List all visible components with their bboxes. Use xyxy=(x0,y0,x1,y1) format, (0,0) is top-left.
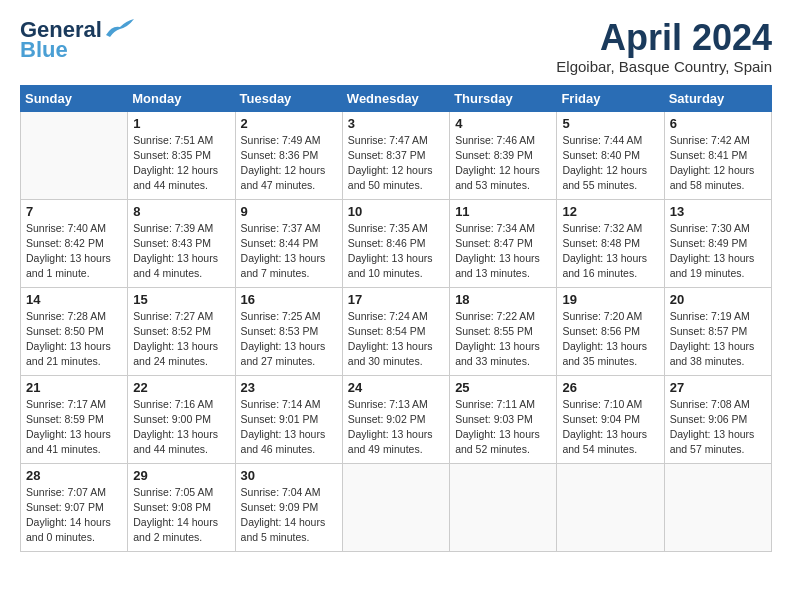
day-number: 6 xyxy=(670,116,766,131)
day-header-friday: Friday xyxy=(557,85,664,111)
week-row-1: 1Sunrise: 7:51 AMSunset: 8:35 PMDaylight… xyxy=(21,111,772,199)
day-number: 21 xyxy=(26,380,122,395)
calendar-cell: 9Sunrise: 7:37 AMSunset: 8:44 PMDaylight… xyxy=(235,199,342,287)
day-info: Sunrise: 7:14 AMSunset: 9:01 PMDaylight:… xyxy=(241,397,337,458)
calendar-cell: 23Sunrise: 7:14 AMSunset: 9:01 PMDayligh… xyxy=(235,375,342,463)
day-info: Sunrise: 7:37 AMSunset: 8:44 PMDaylight:… xyxy=(241,221,337,282)
day-number: 9 xyxy=(241,204,337,219)
logo: General Blue xyxy=(20,18,136,62)
week-row-2: 7Sunrise: 7:40 AMSunset: 8:42 PMDaylight… xyxy=(21,199,772,287)
calendar-cell: 7Sunrise: 7:40 AMSunset: 8:42 PMDaylight… xyxy=(21,199,128,287)
calendar-subtitle: Elgoibar, Basque Country, Spain xyxy=(556,58,772,75)
day-number: 26 xyxy=(562,380,658,395)
day-info: Sunrise: 7:04 AMSunset: 9:09 PMDaylight:… xyxy=(241,485,337,546)
calendar-cell: 11Sunrise: 7:34 AMSunset: 8:47 PMDayligh… xyxy=(450,199,557,287)
day-info: Sunrise: 7:05 AMSunset: 9:08 PMDaylight:… xyxy=(133,485,229,546)
day-info: Sunrise: 7:28 AMSunset: 8:50 PMDaylight:… xyxy=(26,309,122,370)
calendar-cell: 5Sunrise: 7:44 AMSunset: 8:40 PMDaylight… xyxy=(557,111,664,199)
calendar-cell: 1Sunrise: 7:51 AMSunset: 8:35 PMDaylight… xyxy=(128,111,235,199)
week-row-3: 14Sunrise: 7:28 AMSunset: 8:50 PMDayligh… xyxy=(21,287,772,375)
title-area: April 2024 Elgoibar, Basque Country, Spa… xyxy=(556,18,772,75)
day-number: 20 xyxy=(670,292,766,307)
day-info: Sunrise: 7:51 AMSunset: 8:35 PMDaylight:… xyxy=(133,133,229,194)
day-number: 19 xyxy=(562,292,658,307)
calendar-cell: 17Sunrise: 7:24 AMSunset: 8:54 PMDayligh… xyxy=(342,287,449,375)
calendar-cell xyxy=(342,463,449,551)
day-info: Sunrise: 7:08 AMSunset: 9:06 PMDaylight:… xyxy=(670,397,766,458)
day-number: 13 xyxy=(670,204,766,219)
day-number: 15 xyxy=(133,292,229,307)
calendar-cell: 16Sunrise: 7:25 AMSunset: 8:53 PMDayligh… xyxy=(235,287,342,375)
day-header-thursday: Thursday xyxy=(450,85,557,111)
calendar-cell: 3Sunrise: 7:47 AMSunset: 8:37 PMDaylight… xyxy=(342,111,449,199)
day-info: Sunrise: 7:40 AMSunset: 8:42 PMDaylight:… xyxy=(26,221,122,282)
day-number: 10 xyxy=(348,204,444,219)
day-info: Sunrise: 7:20 AMSunset: 8:56 PMDaylight:… xyxy=(562,309,658,370)
calendar-cell: 6Sunrise: 7:42 AMSunset: 8:41 PMDaylight… xyxy=(664,111,771,199)
day-header-tuesday: Tuesday xyxy=(235,85,342,111)
day-number: 1 xyxy=(133,116,229,131)
calendar-cell: 12Sunrise: 7:32 AMSunset: 8:48 PMDayligh… xyxy=(557,199,664,287)
day-info: Sunrise: 7:19 AMSunset: 8:57 PMDaylight:… xyxy=(670,309,766,370)
day-info: Sunrise: 7:24 AMSunset: 8:54 PMDaylight:… xyxy=(348,309,444,370)
day-header-monday: Monday xyxy=(128,85,235,111)
day-info: Sunrise: 7:39 AMSunset: 8:43 PMDaylight:… xyxy=(133,221,229,282)
calendar-cell: 15Sunrise: 7:27 AMSunset: 8:52 PMDayligh… xyxy=(128,287,235,375)
calendar-cell xyxy=(557,463,664,551)
day-number: 25 xyxy=(455,380,551,395)
day-info: Sunrise: 7:32 AMSunset: 8:48 PMDaylight:… xyxy=(562,221,658,282)
day-number: 4 xyxy=(455,116,551,131)
day-number: 22 xyxy=(133,380,229,395)
calendar-cell: 28Sunrise: 7:07 AMSunset: 9:07 PMDayligh… xyxy=(21,463,128,551)
day-number: 11 xyxy=(455,204,551,219)
day-info: Sunrise: 7:30 AMSunset: 8:49 PMDaylight:… xyxy=(670,221,766,282)
day-number: 24 xyxy=(348,380,444,395)
calendar-cell: 27Sunrise: 7:08 AMSunset: 9:06 PMDayligh… xyxy=(664,375,771,463)
calendar-cell: 20Sunrise: 7:19 AMSunset: 8:57 PMDayligh… xyxy=(664,287,771,375)
day-info: Sunrise: 7:49 AMSunset: 8:36 PMDaylight:… xyxy=(241,133,337,194)
day-info: Sunrise: 7:11 AMSunset: 9:03 PMDaylight:… xyxy=(455,397,551,458)
day-number: 17 xyxy=(348,292,444,307)
calendar-cell: 24Sunrise: 7:13 AMSunset: 9:02 PMDayligh… xyxy=(342,375,449,463)
day-info: Sunrise: 7:13 AMSunset: 9:02 PMDaylight:… xyxy=(348,397,444,458)
calendar-cell: 30Sunrise: 7:04 AMSunset: 9:09 PMDayligh… xyxy=(235,463,342,551)
logo-blue-text: Blue xyxy=(20,38,68,62)
day-info: Sunrise: 7:27 AMSunset: 8:52 PMDaylight:… xyxy=(133,309,229,370)
calendar-cell: 10Sunrise: 7:35 AMSunset: 8:46 PMDayligh… xyxy=(342,199,449,287)
day-info: Sunrise: 7:47 AMSunset: 8:37 PMDaylight:… xyxy=(348,133,444,194)
day-number: 29 xyxy=(133,468,229,483)
calendar-cell: 14Sunrise: 7:28 AMSunset: 8:50 PMDayligh… xyxy=(21,287,128,375)
day-number: 27 xyxy=(670,380,766,395)
calendar-cell: 18Sunrise: 7:22 AMSunset: 8:55 PMDayligh… xyxy=(450,287,557,375)
day-info: Sunrise: 7:34 AMSunset: 8:47 PMDaylight:… xyxy=(455,221,551,282)
day-info: Sunrise: 7:16 AMSunset: 9:00 PMDaylight:… xyxy=(133,397,229,458)
day-number: 8 xyxy=(133,204,229,219)
calendar-cell xyxy=(450,463,557,551)
day-number: 7 xyxy=(26,204,122,219)
calendar-cell: 2Sunrise: 7:49 AMSunset: 8:36 PMDaylight… xyxy=(235,111,342,199)
calendar-cell: 26Sunrise: 7:10 AMSunset: 9:04 PMDayligh… xyxy=(557,375,664,463)
calendar-cell: 8Sunrise: 7:39 AMSunset: 8:43 PMDaylight… xyxy=(128,199,235,287)
calendar-cell: 25Sunrise: 7:11 AMSunset: 9:03 PMDayligh… xyxy=(450,375,557,463)
week-row-4: 21Sunrise: 7:17 AMSunset: 8:59 PMDayligh… xyxy=(21,375,772,463)
day-number: 5 xyxy=(562,116,658,131)
day-info: Sunrise: 7:35 AMSunset: 8:46 PMDaylight:… xyxy=(348,221,444,282)
day-header-saturday: Saturday xyxy=(664,85,771,111)
day-header-sunday: Sunday xyxy=(21,85,128,111)
calendar-cell: 29Sunrise: 7:05 AMSunset: 9:08 PMDayligh… xyxy=(128,463,235,551)
calendar-table: SundayMondayTuesdayWednesdayThursdayFrid… xyxy=(20,85,772,552)
calendar-cell: 19Sunrise: 7:20 AMSunset: 8:56 PMDayligh… xyxy=(557,287,664,375)
day-number: 2 xyxy=(241,116,337,131)
calendar-cell xyxy=(21,111,128,199)
day-header-wednesday: Wednesday xyxy=(342,85,449,111)
calendar-cell xyxy=(664,463,771,551)
calendar-cell: 4Sunrise: 7:46 AMSunset: 8:39 PMDaylight… xyxy=(450,111,557,199)
day-info: Sunrise: 7:07 AMSunset: 9:07 PMDaylight:… xyxy=(26,485,122,546)
header-row: SundayMondayTuesdayWednesdayThursdayFrid… xyxy=(21,85,772,111)
calendar-title: April 2024 xyxy=(556,18,772,58)
day-info: Sunrise: 7:46 AMSunset: 8:39 PMDaylight:… xyxy=(455,133,551,194)
day-number: 14 xyxy=(26,292,122,307)
day-number: 28 xyxy=(26,468,122,483)
week-row-5: 28Sunrise: 7:07 AMSunset: 9:07 PMDayligh… xyxy=(21,463,772,551)
calendar-cell: 22Sunrise: 7:16 AMSunset: 9:00 PMDayligh… xyxy=(128,375,235,463)
